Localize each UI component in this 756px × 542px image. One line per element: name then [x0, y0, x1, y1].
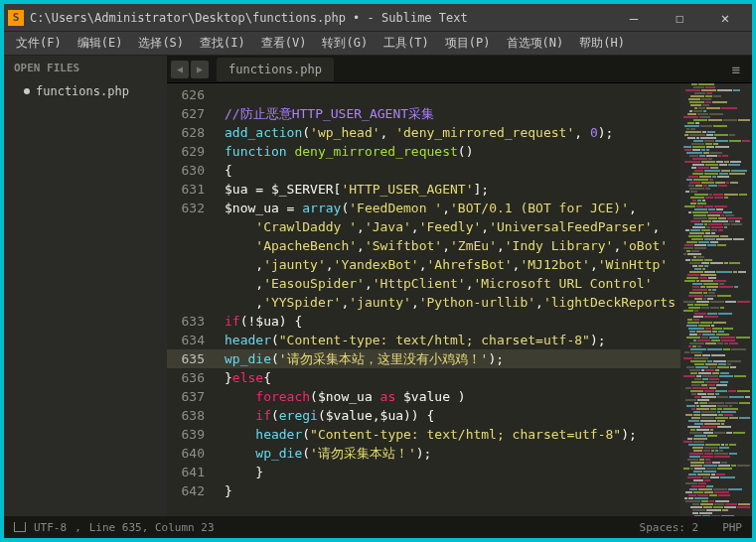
app-window: S C:\Users\Administrator\Desktop\functio… — [4, 4, 752, 538]
menu-prefs[interactable]: 首选项(N) — [499, 33, 572, 54]
status-position: Line 635, Column 23 — [89, 521, 215, 534]
menu-selection[interactable]: 选择(S) — [130, 33, 192, 54]
status-right: Spaces: 2 PHP — [640, 521, 742, 534]
menubar: 文件(F) 编辑(E) 选择(S) 查找(I) 查看(V) 转到(G) 工具(T… — [4, 32, 752, 56]
tab-forward-button[interactable]: ▶ — [191, 61, 209, 78]
modified-dot-icon — [24, 88, 30, 94]
minimize-button[interactable]: — — [611, 4, 657, 32]
tabbar: ◀ ▶ functions.php ≡ — [167, 56, 752, 83]
tab-nav: ◀ ▶ — [171, 61, 209, 78]
menu-goto[interactable]: 转到(G) — [314, 33, 376, 54]
tab-back-button[interactable]: ◀ — [171, 61, 189, 78]
menu-find[interactable]: 查找(I) — [192, 33, 253, 54]
editor-area: ◀ ▶ functions.php ≡ 62662762862963063163… — [167, 56, 752, 516]
status-encoding[interactable]: UTF-8 — [34, 521, 67, 534]
main-area: OPEN FILES functions.php ◀ ▶ functions.p… — [4, 56, 752, 516]
sidebar-item-label: functions.php — [36, 84, 129, 98]
code-area: 626627628629630631632 633634635636637638… — [167, 83, 752, 516]
sidebar: OPEN FILES functions.php — [4, 56, 167, 516]
sidebar-header: OPEN FILES — [4, 56, 167, 80]
minimap[interactable] — [680, 83, 752, 516]
status-left: UTF-8, Line 635, Column 23 — [14, 521, 640, 534]
sidebar-open-file[interactable]: functions.php — [4, 80, 167, 102]
menu-edit[interactable]: 编辑(E) — [70, 33, 131, 54]
menu-tools[interactable]: 工具(T) — [376, 33, 437, 54]
status-lang[interactable]: PHP — [722, 521, 742, 534]
line-gutter[interactable]: 626627628629630631632 633634635636637638… — [167, 83, 213, 516]
statusbar: UTF-8, Line 635, Column 23 Spaces: 2 PHP — [4, 516, 752, 538]
console-icon[interactable] — [14, 522, 26, 532]
minimap-content — [682, 83, 750, 516]
close-button[interactable]: ✕ — [702, 4, 748, 32]
menu-view[interactable]: 查看(V) — [253, 33, 315, 54]
menu-project[interactable]: 项目(P) — [437, 33, 499, 54]
menu-file[interactable]: 文件(F) — [8, 33, 70, 54]
code-editor[interactable]: //防止恶意HTTP_USER_AGENT采集 add_action('wp_h… — [213, 83, 680, 516]
window-title: C:\Users\Administrator\Desktop\functions… — [30, 11, 611, 25]
status-spaces[interactable]: Spaces: 2 — [640, 521, 699, 534]
window-controls: — ☐ ✕ — [611, 4, 748, 32]
menu-help[interactable]: 帮助(H) — [571, 33, 633, 54]
tab-menu-button[interactable]: ≡ — [724, 62, 748, 77]
maximize-button[interactable]: ☐ — [657, 4, 702, 32]
titlebar[interactable]: S C:\Users\Administrator\Desktop\functio… — [4, 4, 752, 32]
tab-active[interactable]: functions.php — [217, 58, 334, 81]
app-icon: S — [8, 10, 24, 26]
